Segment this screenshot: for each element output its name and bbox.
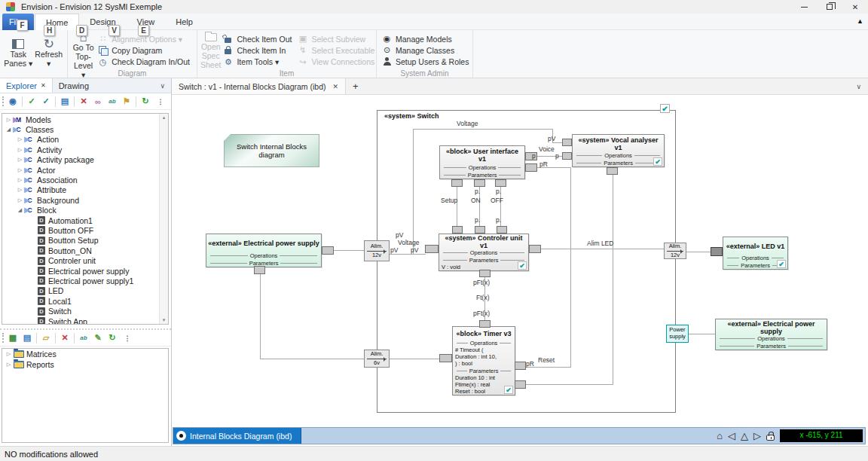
- tree-item-electrical-power-supply1[interactable]: DElectrical power supply1: [2, 276, 159, 285]
- port[interactable]: [515, 380, 526, 389]
- tab-explorer[interactable]: Explorer ✕: [0, 78, 53, 93]
- connector-line[interactable]: [260, 274, 261, 359]
- connector-line[interactable]: [526, 384, 613, 385]
- expander-icon[interactable]: ▷: [16, 136, 24, 142]
- connector-line[interactable]: [552, 142, 563, 143]
- connector-line[interactable]: [260, 359, 365, 359]
- port[interactable]: [479, 270, 491, 277]
- port[interactable]: [425, 245, 439, 253]
- spec-sheet-icon[interactable]: ▤: [59, 96, 71, 108]
- tree-item-local1[interactable]: DLocal1: [2, 296, 159, 306]
- port[interactable]: [562, 152, 572, 160]
- connector-line[interactable]: [390, 359, 440, 359]
- copy-diagram-button[interactable]: Copy Diagram: [96, 44, 194, 56]
- tree-item-switch[interactable]: DSwitch: [2, 306, 159, 316]
- chevron-down-icon[interactable]: ∨: [856, 83, 868, 90]
- block-electrical-power-supply-left[interactable]: «external» Electrical power supplyOperat…: [206, 234, 322, 267]
- tree-item-association[interactable]: ▷CAssociation: [2, 175, 159, 185]
- tree-item-matrices[interactable]: ▷Matrices: [2, 349, 168, 359]
- tree-scrollbar[interactable]: ▴ ▾: [159, 114, 168, 324]
- new-matrix-icon[interactable]: ▦: [7, 332, 19, 344]
- block-timer[interactable]: «block» Timer v3Operations# Timeout (Dur…: [452, 326, 515, 395]
- port[interactable]: [474, 179, 485, 187]
- up-nav-icon[interactable]: △: [741, 431, 748, 441]
- setup-users-roles-button[interactable]: Setup Users & Roles: [380, 56, 472, 68]
- tree-item-attribute[interactable]: ▷CAttribute: [2, 185, 159, 195]
- rename-icon[interactable]: ab: [106, 96, 118, 108]
- diagram-canvas[interactable]: «system» Switch Switch Internal Blocks d…: [172, 95, 868, 426]
- forward-nav-icon[interactable]: ▷: [753, 431, 761, 441]
- connector-line[interactable]: [334, 250, 365, 251]
- port[interactable]: [711, 247, 723, 256]
- port[interactable]: [495, 179, 506, 187]
- check-item-in-button[interactable]: Check Item In: [221, 44, 295, 56]
- connector-line[interactable]: [390, 254, 426, 255]
- close-button[interactable]: ✕: [842, 0, 868, 14]
- tree-item-switch-app[interactable]: DSwitch App: [2, 316, 159, 325]
- block-user-interface[interactable]: «block» User interface v1OperationsParam…: [439, 145, 525, 179]
- minimize-button[interactable]: [791, 0, 817, 14]
- expander-icon[interactable]: ▷: [5, 362, 13, 368]
- rename-icon[interactable]: ab: [78, 332, 90, 344]
- tree-item-classes[interactable]: ◢CClasses: [2, 124, 159, 134]
- tree-item-activity[interactable]: ▷CActivity: [2, 145, 159, 154]
- chevron-down-icon[interactable]: ∨: [160, 82, 171, 90]
- expander-icon[interactable]: ▷: [16, 157, 24, 163]
- tree-item-boutton-setup[interactable]: DBoutton Setup: [2, 236, 159, 246]
- tab-help[interactable]: Help: [165, 14, 203, 30]
- expander-icon[interactable]: ▷: [16, 187, 24, 193]
- close-icon[interactable]: ✕: [332, 83, 338, 90]
- port[interactable]: [451, 179, 463, 187]
- refresh-button[interactable]: ↻ Refresh ▾: [34, 32, 65, 68]
- tree-item-models[interactable]: ▷MModels: [2, 114, 159, 124]
- tree-item-automation1[interactable]: DAutomation1: [2, 215, 159, 225]
- port[interactable]: [452, 226, 463, 234]
- block-led[interactable]: «external» LED v1OperationsParameters✔: [723, 237, 788, 270]
- expander-icon[interactable]: ▷: [16, 177, 24, 183]
- new-report-icon[interactable]: ▤: [21, 332, 33, 344]
- link-icon[interactable]: ∞: [92, 96, 104, 108]
- search-icon[interactable]: ⚑: [121, 96, 133, 108]
- manage-classes-button[interactable]: ⊙ Manage Classes: [380, 44, 472, 56]
- restore-button[interactable]: [817, 0, 842, 14]
- check-item-out-button[interactable]: Check Item Out: [221, 33, 295, 44]
- boundary-port-alim-12v-right[interactable]: Alim.12v: [664, 243, 686, 259]
- tree-item-controler-unit[interactable]: DControler unit: [2, 255, 159, 265]
- scroll-down-icon[interactable]: ▾: [163, 317, 166, 323]
- connector-line[interactable]: [686, 252, 711, 252]
- close-icon[interactable]: ✕: [41, 82, 46, 89]
- refresh-icon[interactable]: ↻: [106, 332, 118, 344]
- tree-item-boutton-on[interactable]: DBoutton_ON: [2, 246, 159, 255]
- check-in-icon[interactable]: ✓: [40, 96, 52, 108]
- connector-line[interactable]: [457, 187, 457, 227]
- expander-icon[interactable]: ▷: [5, 117, 13, 123]
- port[interactable]: [607, 167, 618, 175]
- expander-icon[interactable]: ▷: [5, 351, 13, 357]
- tree-item-reports[interactable]: ▷Reports: [2, 359, 168, 370]
- block-controler-unit[interactable]: «system» Controler unit v1OperationsPara…: [439, 234, 529, 271]
- expander-icon[interactable]: ◢: [16, 207, 24, 213]
- edit-icon[interactable]: ✎: [92, 332, 104, 344]
- tree-item-led[interactable]: DLED: [2, 286, 159, 296]
- delete-icon[interactable]: ✕: [59, 332, 71, 344]
- more-icon[interactable]: ⋮: [121, 332, 133, 344]
- active-view-chip[interactable]: Internal Blocks Diagram (ibd): [173, 428, 301, 444]
- boundary-port-power-supply[interactable]: Powersupply: [666, 325, 689, 343]
- tree-item-action[interactable]: ▷CAction: [2, 135, 159, 145]
- expander-icon[interactable]: ◢: [5, 127, 13, 133]
- connector-line[interactable]: [689, 334, 716, 334]
- port[interactable]: [515, 362, 526, 370]
- port[interactable]: [562, 139, 572, 146]
- scroll-up-icon[interactable]: ▴: [163, 114, 166, 121]
- task-panes-button[interactable]: Task Panes ▾: [3, 32, 34, 68]
- check-diagram-in-out-button[interactable]: ◷ Check Diagram In/Out: [96, 56, 194, 68]
- expander-icon[interactable]: ▷: [16, 197, 24, 203]
- go-to-top-level-button[interactable]: ⌂ Go To Top-Level ▾: [71, 32, 96, 68]
- block-electrical-power-supply-right[interactable]: «external» Electrical power supplyOperat…: [715, 319, 827, 350]
- port[interactable]: [475, 226, 485, 234]
- open-icon[interactable]: ▱: [40, 332, 52, 344]
- connector-line[interactable]: [541, 249, 665, 249]
- port[interactable]: [479, 320, 491, 328]
- tab-home[interactable]: Home: [35, 14, 79, 30]
- tree-item-electrical-power-supply[interactable]: DElectrical power supply: [2, 266, 159, 276]
